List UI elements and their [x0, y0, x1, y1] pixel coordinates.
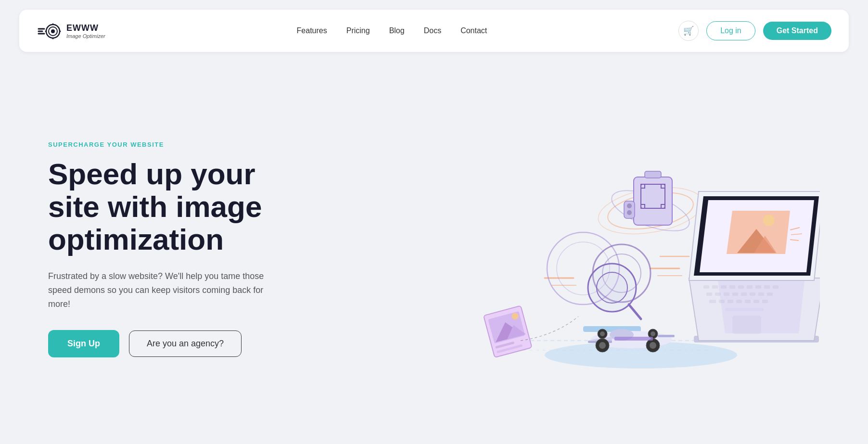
svg-point-56 — [600, 331, 605, 336]
svg-point-7 — [52, 38, 54, 39]
svg-point-54 — [650, 342, 656, 349]
svg-rect-50 — [658, 335, 675, 337]
svg-point-6 — [52, 24, 54, 25]
get-started-button[interactable]: Get Started — [763, 22, 831, 40]
logo-tagline: Image Optimizer — [66, 33, 105, 39]
svg-line-45 — [629, 304, 641, 319]
svg-point-52 — [599, 342, 606, 349]
svg-point-34 — [627, 203, 632, 208]
svg-point-63 — [763, 215, 775, 226]
hero-title: Speed up your site with image optimizati… — [48, 158, 298, 256]
svg-point-44 — [597, 272, 627, 303]
signup-button[interactable]: Sign Up — [48, 330, 119, 357]
main-nav: Features Pricing Blog Docs Contact — [297, 26, 487, 35]
svg-point-9 — [60, 31, 61, 32]
nav-contact[interactable]: Contact — [460, 26, 487, 35]
cart-button[interactable]: 🛒 — [678, 21, 699, 41]
svg-point-35 — [627, 210, 632, 215]
agency-button[interactable]: Are you an agency? — [129, 330, 242, 357]
site-header: EWWW Image Optimizer Features Pricing Bl… — [19, 10, 849, 52]
svg-point-8 — [45, 31, 47, 32]
login-button[interactable]: Log in — [706, 21, 755, 40]
svg-rect-67 — [703, 285, 709, 289]
logo-name: EWWW — [66, 23, 105, 33]
hero-subtitle: Frustrated by a slow website? We'll help… — [48, 269, 269, 311]
hero-svg — [298, 105, 820, 393]
hero-text: SUPERCHARGE YOUR WEBSITE Speed up your s… — [48, 141, 298, 358]
hero-buttons: Sign Up Are you an agency? — [48, 330, 298, 357]
header-actions: 🛒 Log in Get Started — [678, 21, 831, 41]
hero-section: SUPERCHARGE YOUR WEBSITE Speed up your s… — [0, 62, 868, 427]
svg-rect-59 — [614, 337, 653, 341]
hero-illustration — [298, 105, 820, 393]
nav-features[interactable]: Features — [297, 26, 327, 35]
hero-eyebrow: SUPERCHARGE YOUR WEBSITE — [48, 141, 298, 148]
svg-rect-76 — [706, 292, 712, 296]
logo-area: EWWW Image Optimizer — [37, 18, 105, 43]
svg-point-5 — [51, 29, 55, 33]
nav-pricing[interactable]: Pricing — [346, 26, 370, 35]
cart-icon: 🛒 — [683, 25, 694, 36]
nav-docs[interactable]: Docs — [424, 26, 441, 35]
logo-text: EWWW Image Optimizer — [66, 23, 105, 39]
nav-blog[interactable]: Blog — [389, 26, 405, 35]
svg-rect-84 — [709, 300, 716, 303]
logo-icon — [37, 18, 62, 43]
svg-rect-32 — [645, 171, 661, 178]
svg-rect-68 — [712, 285, 718, 289]
svg-point-58 — [651, 331, 655, 336]
